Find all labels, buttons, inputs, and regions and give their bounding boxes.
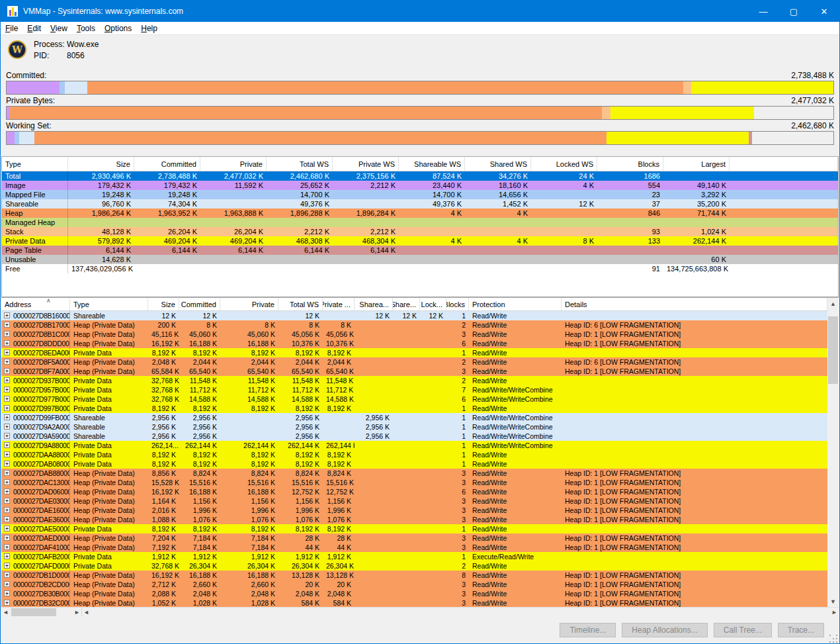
details-row[interactable]: +0000027DAE030000Heap (Private Data)1,16… xyxy=(1,496,827,506)
column-header-committed[interactable]: Committed xyxy=(134,157,200,171)
column-header-share-[interactable]: Share... xyxy=(393,298,420,310)
menu-options[interactable]: Options xyxy=(100,23,136,34)
expand-icon[interactable]: + xyxy=(4,581,10,587)
details-row[interactable]: +0000027DB30B0000Heap (Private Data)2,08… xyxy=(1,589,827,598)
trace-button[interactable]: Trace... xyxy=(778,623,824,637)
details-row[interactable]: +0000027D937B0000Private Data32,768 K11,… xyxy=(1,376,827,385)
details-row[interactable]: +0000027D9A2A0000Shareable2,956 K2,956 K… xyxy=(1,422,827,432)
summary-row-managed[interactable]: Managed Heap xyxy=(2,218,838,227)
scroll-right-icon[interactable]: ► xyxy=(73,608,81,617)
expand-icon[interactable]: + xyxy=(4,414,10,420)
column-header-blocks[interactable]: Blocks xyxy=(446,298,469,310)
details-row[interactable]: +0000027DAA880000Private Data8,192 K8,19… xyxy=(1,450,827,459)
left-horizontal-scrollbar[interactable]: ◄ ► xyxy=(1,608,82,617)
details-row[interactable]: +0000027D8EDA0000Private Data8,192 K8,19… xyxy=(1,348,827,357)
expand-icon[interactable]: + xyxy=(4,516,10,522)
expand-icon[interactable]: + xyxy=(4,544,10,550)
menu-view[interactable]: View xyxy=(46,23,72,34)
expand-icon[interactable]: + xyxy=(4,405,10,411)
column-header-private-[interactable]: Private ... xyxy=(323,298,355,310)
expand-icon[interactable]: + xyxy=(4,590,10,596)
summary-row-shareable[interactable]: Shareable96,760 K74,304 K49,376 K49,376 … xyxy=(2,199,838,208)
column-header-committed[interactable]: Committed xyxy=(179,298,220,310)
expand-icon[interactable]: + xyxy=(4,396,10,402)
column-header-shared-ws[interactable]: Shared WS xyxy=(465,157,531,171)
summary-row-stack[interactable]: Stack48,128 K26,204 K26,204 K2,212 K2,21… xyxy=(2,227,838,236)
details-row[interactable]: +0000027DAC130000Heap (Private Data)15,5… xyxy=(1,478,827,487)
expand-icon[interactable]: + xyxy=(4,572,10,578)
summary-row-mapped[interactable]: Mapped File19,248 K19,248 K14,700 K14,70… xyxy=(2,190,838,199)
main-horizontal-scrollbar[interactable]: ◄ ► xyxy=(82,608,839,617)
expand-icon[interactable]: + xyxy=(4,600,10,606)
scroll-up-icon[interactable]: ▲ xyxy=(827,298,839,309)
scroll-right-icon[interactable]: ► xyxy=(830,608,839,617)
expand-icon[interactable]: + xyxy=(4,312,10,318)
expand-icon[interactable]: + xyxy=(4,526,10,531)
summary-row-heap[interactable]: Heap1,986,264 K1,963,952 K1,963,888 K1,8… xyxy=(2,208,838,218)
details-row[interactable]: +0000027D99FB0000Shareable2,956 K2,956 K… xyxy=(1,413,827,422)
expand-icon[interactable]: + xyxy=(4,424,10,430)
expand-icon[interactable]: + xyxy=(4,359,10,365)
expand-icon[interactable]: + xyxy=(4,349,10,355)
details-row[interactable]: +0000027DAD060000Heap (Private Data)16,1… xyxy=(1,487,827,496)
column-header-type[interactable]: Type xyxy=(70,298,148,310)
expand-icon[interactable]: + xyxy=(4,387,10,392)
expand-icon[interactable]: + xyxy=(4,498,10,504)
timeline-button[interactable]: Timeline... xyxy=(560,623,616,637)
column-header-total-ws[interactable]: Total WS xyxy=(267,157,333,171)
column-header-blocks[interactable]: Blocks xyxy=(597,157,663,171)
details-row[interactable]: +0000027DB2CD0000Heap (Private Data)2,71… xyxy=(1,580,827,589)
expand-icon[interactable]: + xyxy=(4,535,10,541)
scroll-left-icon[interactable]: ◄ xyxy=(82,608,91,617)
menu-help[interactable]: Help xyxy=(136,23,162,34)
column-header-address[interactable]: Address xyxy=(1,298,70,310)
heap-allocations-button[interactable]: Heap Allocations... xyxy=(622,623,707,637)
expand-icon[interactable]: + xyxy=(4,488,10,494)
details-row[interactable]: +0000027DAF410000Heap (Private Data)7,19… xyxy=(1,543,827,552)
scroll-left-icon[interactable]: ◄ xyxy=(1,608,10,617)
column-header-private[interactable]: Private xyxy=(220,298,278,310)
column-header-sharea-[interactable]: Sharea... xyxy=(355,298,393,310)
summary-row-pagetable[interactable]: Page Table6,144 K6,144 K6,144 K6,144 K6,… xyxy=(2,246,838,255)
expand-icon[interactable]: + xyxy=(4,442,10,448)
expand-icon[interactable]: + xyxy=(4,377,10,383)
details-row[interactable]: +0000027D8B160000Shareable12 K12 K12 K12… xyxy=(1,311,827,320)
column-header-lock-[interactable]: Lock... xyxy=(420,298,446,310)
column-header-size[interactable]: Size xyxy=(68,157,134,171)
expand-icon[interactable]: + xyxy=(4,340,10,346)
details-row[interactable]: +0000027D977B0000Private Data32,768 K14,… xyxy=(1,394,827,404)
column-header-shareable-ws[interactable]: Shareable WS xyxy=(399,157,465,171)
details-row[interactable]: +0000027D997B0000Private Data8,192 K8,19… xyxy=(1,404,827,413)
expand-icon[interactable]: + xyxy=(4,433,10,439)
details-row[interactable]: +0000027DB1D00000Heap (Private Data)16,1… xyxy=(1,571,827,580)
expand-icon[interactable]: + xyxy=(4,451,10,457)
column-header-total-ws[interactable]: Total WS xyxy=(278,298,323,310)
details-row[interactable]: +0000027D8DDD0000Heap (Private Data)16,1… xyxy=(1,339,827,348)
details-row[interactable]: +0000027DB32C0000Heap (Private Data)1,05… xyxy=(1,598,827,607)
menu-edit[interactable]: Edit xyxy=(22,23,46,34)
summary-row-unusable[interactable]: Unusable14,628 K60 K xyxy=(2,255,838,264)
maximize-button[interactable]: ▢ xyxy=(778,1,809,22)
expand-icon[interactable]: + xyxy=(4,461,10,467)
details-row[interactable]: +0000027DAFB20000Private Data1,912 K1,91… xyxy=(1,552,827,561)
summary-row-free[interactable]: Free137,436,029,056 K91134,725,663,808 K xyxy=(2,264,838,273)
column-header-largest[interactable]: Largest xyxy=(663,157,730,171)
expand-icon[interactable]: + xyxy=(4,553,10,559)
expand-icon[interactable]: + xyxy=(4,331,10,337)
summary-row-image[interactable]: Image179,432 K179,432 K11,592 K25,652 K2… xyxy=(2,181,838,190)
details-row[interactable]: +0000027DAFD00000Private Data32,768 K26,… xyxy=(1,561,827,571)
details-row[interactable]: +0000027DAB080000Private Data8,192 K8,19… xyxy=(1,459,827,469)
left-hscroll-thumb[interactable] xyxy=(11,608,56,616)
menu-tools[interactable]: Tools xyxy=(72,23,100,34)
menu-file[interactable]: File xyxy=(1,23,22,34)
minimize-button[interactable]: — xyxy=(748,1,778,22)
details-row[interactable]: +0000027D8B170000Heap (Private Data)200 … xyxy=(1,320,827,330)
resize-grip-icon[interactable] xyxy=(829,634,837,643)
column-header-locked-ws[interactable]: Locked WS xyxy=(531,157,597,171)
details-row[interactable]: +0000027DAE360000Heap (Private Data)1,08… xyxy=(1,515,827,524)
column-header-size[interactable]: Size xyxy=(148,298,179,310)
details-row[interactable]: +0000027D9A590000Shareable2,956 K2,956 K… xyxy=(1,432,827,441)
details-row[interactable]: +0000027DAE500000Private Data8,192 K8,19… xyxy=(1,524,827,533)
column-header-details[interactable]: Details xyxy=(562,298,827,310)
details-row[interactable]: +0000027DAE160000Heap (Private Data)2,01… xyxy=(1,506,827,515)
